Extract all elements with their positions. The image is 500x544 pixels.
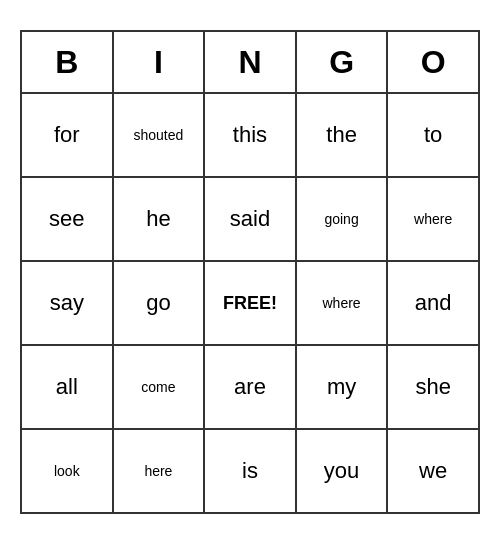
header-row: B I N G O xyxy=(22,32,478,94)
cell-4-5[interactable]: she xyxy=(388,346,478,428)
cell-3-5[interactable]: and xyxy=(388,262,478,344)
cell-2-2[interactable]: he xyxy=(114,178,206,260)
cell-1-5[interactable]: to xyxy=(388,94,478,176)
header-i: I xyxy=(114,32,206,92)
row-5: look here is you we xyxy=(22,430,478,512)
cell-5-2[interactable]: here xyxy=(114,430,206,512)
letter-n: N xyxy=(238,44,261,81)
cell-2-1[interactable]: see xyxy=(22,178,114,260)
cell-1-1[interactable]: for xyxy=(22,94,114,176)
row-4: all come are my she xyxy=(22,346,478,430)
cell-5-3[interactable]: is xyxy=(205,430,297,512)
cell-1-4[interactable]: the xyxy=(297,94,389,176)
bingo-card: B I N G O for shouted this the to xyxy=(20,30,480,514)
header-g: G xyxy=(297,32,389,92)
cell-5-5[interactable]: we xyxy=(388,430,478,512)
row-1: for shouted this the to xyxy=(22,94,478,178)
letter-g: G xyxy=(329,44,354,81)
cell-2-4[interactable]: going xyxy=(297,178,389,260)
cell-5-4[interactable]: you xyxy=(297,430,389,512)
header-n: N xyxy=(205,32,297,92)
cell-1-2[interactable]: shouted xyxy=(114,94,206,176)
cell-3-2[interactable]: go xyxy=(114,262,206,344)
cell-1-3[interactable]: this xyxy=(205,94,297,176)
cell-4-2[interactable]: come xyxy=(114,346,206,428)
cell-3-3-free[interactable]: FREE! xyxy=(205,262,297,344)
cell-3-1[interactable]: say xyxy=(22,262,114,344)
letter-i: I xyxy=(154,44,163,81)
letter-b: B xyxy=(55,44,78,81)
cell-2-3[interactable]: said xyxy=(205,178,297,260)
header-b: B xyxy=(22,32,114,92)
letter-o: O xyxy=(421,44,446,81)
cell-4-3[interactable]: are xyxy=(205,346,297,428)
cell-4-4[interactable]: my xyxy=(297,346,389,428)
cell-2-5[interactable]: where xyxy=(388,178,478,260)
header-o: O xyxy=(388,32,478,92)
cell-4-1[interactable]: all xyxy=(22,346,114,428)
cell-5-1[interactable]: look xyxy=(22,430,114,512)
row-2: see he said going where xyxy=(22,178,478,262)
row-3: say go FREE! where and xyxy=(22,262,478,346)
cell-3-4[interactable]: where xyxy=(297,262,389,344)
